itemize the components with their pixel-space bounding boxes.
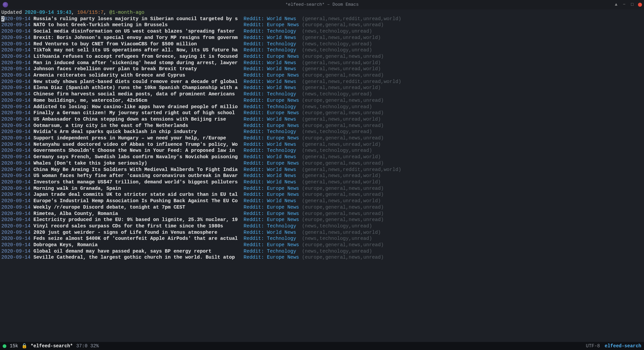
entry-feed: Reddit: Europe News bbox=[244, 53, 299, 60]
entry-date: 2020-09-14 bbox=[1, 104, 31, 110]
entry-date: 2020-09-14 bbox=[1, 147, 31, 154]
feed-entry[interactable]: 2020-09-14 Lithuania refuses to accept r… bbox=[1, 53, 644, 60]
entry-tags: (general,news,unread,world) bbox=[302, 66, 381, 72]
entry-feed: Reddit: Technology bbox=[244, 223, 299, 229]
entry-title: Armenia reiterates solidarity with Greec… bbox=[34, 72, 241, 79]
entry-date: 2020-09-14 bbox=[1, 110, 31, 116]
feed-entry[interactable]: 2020-09-14 Elena Diaz (Spanish athlete) … bbox=[1, 85, 644, 91]
close-icon[interactable] bbox=[638, 3, 642, 7]
entry-feed: Reddit: Technology bbox=[244, 47, 299, 53]
entry-feed: Reddit: World News bbox=[244, 167, 299, 173]
feed-entry[interactable]: 2020-09-14 Red Ventures to buy CNET from… bbox=[1, 41, 644, 47]
feed-entry[interactable]: 2020-09-14 New study shows plant-based d… bbox=[1, 79, 644, 85]
entry-date: 2020-09-14 bbox=[1, 135, 31, 141]
feed-entry[interactable]: 2020-09-14 Germany says French, Swedish … bbox=[1, 154, 644, 160]
entry-date: 2020-09-14 bbox=[1, 60, 31, 66]
entry-title: New study shows plant-based diets could … bbox=[34, 79, 241, 85]
entry-feed: Reddit: World News bbox=[244, 116, 299, 123]
entry-feed: Reddit: Technology bbox=[244, 147, 299, 154]
feed-entry[interactable]: 2020-09-14 Nvidia's Arm deal sparks quic… bbox=[1, 129, 644, 135]
entry-feed: Reddit: Europe News bbox=[244, 204, 299, 211]
entry-title: 2020 just got weirder - signs of Life fo… bbox=[34, 229, 241, 236]
entry-feed: Reddit: World News bbox=[244, 66, 299, 72]
feed-entry[interactable]: 2020-09-14 Rimetea, Alba County, Romania… bbox=[1, 211, 644, 217]
entry-feed: Reddit: World News bbox=[244, 85, 299, 91]
entry-date: 2020-09-14 bbox=[1, 154, 31, 160]
buffer-area[interactable]: Updated 2020-09-14 19:43, 104/115:7, @1-… bbox=[0, 9, 644, 342]
entry-feed: Reddit: Technology bbox=[244, 41, 299, 47]
feed-entry[interactable]: 2020-09-14 Chinese firm harvests social … bbox=[1, 91, 644, 97]
entry-title: Morning walk in Granada, Spain bbox=[34, 185, 241, 192]
feed-entry[interactable]: 2020-09-14 Feds seize almost $400K of 'c… bbox=[1, 235, 644, 242]
feed-entry[interactable]: 2020-09-14 Dobrogea Keys, Romania Reddit… bbox=[1, 242, 644, 248]
feed-entry[interactable]: 2020-09-14 Finally a German citizen! My … bbox=[1, 110, 644, 116]
titlebar[interactable]: *elfeed-search* – Doom Emacs ▲ − □ bbox=[0, 0, 644, 9]
feed-entry[interactable]: 2020-09-14 Global oil demand may have pa… bbox=[1, 248, 644, 255]
entry-date: 2020-09-14 bbox=[1, 91, 31, 97]
feed-entry[interactable]: 2020-09-14 NATO to host Greek-Turkish me… bbox=[1, 22, 644, 28]
entry-feed: Reddit: Technology bbox=[244, 235, 299, 242]
entry-tags: (europe,general,news,unread) bbox=[302, 185, 384, 192]
entry-title: Netanyahu used doctored video of Abbas t… bbox=[34, 141, 241, 148]
entry-title: US Ambassador to China stepping down as … bbox=[34, 116, 241, 123]
feed-entry[interactable]: 2020-09-14 Japan trade deal commits UK t… bbox=[1, 191, 644, 198]
feed-entry[interactable]: 2020-09-14 US woman faces hefty fine aft… bbox=[1, 173, 644, 179]
entry-feed: Reddit: Europe News bbox=[244, 123, 299, 129]
entry-feed: Reddit: World News bbox=[244, 79, 299, 85]
feed-entry[interactable]: 2020-09-14 Seville Cathedral, the larges… bbox=[1, 254, 644, 261]
feed-entry[interactable]: 2020-09-14 Johnson faces rebellion over … bbox=[1, 66, 644, 72]
feed-entry[interactable]: 2020-09-14 Social media disinformation o… bbox=[1, 28, 644, 35]
feed-entry[interactable]: 2020-09-14 Armenia reiterates solidarity… bbox=[1, 72, 644, 79]
entry-date: 2020-09-14 bbox=[1, 79, 31, 85]
feed-entry[interactable]: 2020-09-14 Addicted to losing: How casin… bbox=[1, 104, 644, 110]
entry-tags: (general,news,unread,world) bbox=[302, 85, 381, 91]
feed-entry[interactable]: 2020-09-14 Whales (Don't take this joke … bbox=[1, 160, 644, 167]
entry-tags: (general,news,reddit,unread,world) bbox=[302, 16, 401, 22]
entry-date: 2020-09-14 bbox=[1, 129, 31, 135]
entry-tags: (europe,general,news,unread) bbox=[302, 160, 384, 167]
feed-entry[interactable]: 2020-09-14 Vinyl record sales surpass CD… bbox=[1, 223, 644, 229]
entry-tags: (europe,general,news,unread) bbox=[302, 135, 384, 141]
feed-entry[interactable]: 2020-09-14 Man in induced coma after 'si… bbox=[1, 60, 644, 66]
entry-tags: (europe,general,news,unread) bbox=[302, 211, 384, 217]
entry-tags: (news,technology,unread) bbox=[302, 129, 372, 135]
entry-feed: Reddit: World News bbox=[244, 229, 299, 236]
arrow-up-icon[interactable]: ▲ bbox=[614, 2, 619, 7]
feed-entry[interactable]: 2020-09-14 TikTok may not sell its US op… bbox=[1, 47, 644, 53]
feed-entry[interactable]: 2020-09-14 US Ambassador to China steppi… bbox=[1, 116, 644, 123]
entry-feed: Reddit: World News bbox=[244, 16, 299, 22]
entry-title: Vinyl record sales surpass CDs for the f… bbox=[34, 223, 241, 229]
feed-entry[interactable]: 2020-09-14 Europe's Industrial Hemp Asso… bbox=[1, 198, 644, 204]
feed-entry[interactable]: 2020-09-14 Investors that manage US$47 t… bbox=[1, 179, 644, 185]
entry-tags: (news,technology,unread) bbox=[302, 47, 372, 53]
search-filter: @1-month-ago bbox=[109, 10, 144, 15]
entry-date: 2020-09-14 bbox=[1, 47, 31, 53]
feed-entry[interactable]: 2020-09-14 Rome buildings, me, watercolo… bbox=[1, 97, 644, 104]
feed-entry[interactable]: 2020-09-14 Brexit: Boris Johnson's speci… bbox=[1, 35, 644, 41]
maximize-icon[interactable]: □ bbox=[630, 2, 635, 7]
minimize-icon[interactable]: − bbox=[622, 2, 627, 7]
feed-entry[interactable]: 2020-09-14 Morning walk in Granada, Spai… bbox=[1, 185, 644, 192]
feed-entry[interactable]: 2020-09-14 Weekly /r/europe Discord deba… bbox=[1, 204, 644, 211]
entry-date: 2020-09-14 bbox=[1, 248, 31, 255]
feed-entry[interactable]: 2020-09-14 Ootmarsum, a tiny city in the… bbox=[1, 123, 644, 129]
feed-entry[interactable]: 2020-09-14 Netanyahu used doctored video… bbox=[1, 141, 644, 148]
text-cursor: 2 bbox=[1, 16, 4, 21]
entry-tags: (general,news,unread,world) bbox=[302, 141, 381, 148]
feed-entry[interactable]: 2020-09-14 Governments Shouldn't Choose … bbox=[1, 147, 644, 154]
entry-date: 2020-09-14 bbox=[1, 160, 31, 167]
entry-feed: Reddit: Europe News bbox=[244, 110, 299, 116]
entry-tags: (europe,general,news,unread) bbox=[302, 97, 384, 104]
feed-entry[interactable]: 2020-09-14 China May Be Arming Its Soldi… bbox=[1, 167, 644, 173]
feed-entry[interactable]: 2020-09-14 Electricity produced in the E… bbox=[1, 217, 644, 223]
entry-feed: Reddit: Technology bbox=[244, 248, 299, 255]
entry-title: Chinese firm harvests social media posts… bbox=[34, 91, 241, 97]
entry-date: 2020-09-14 bbox=[1, 191, 31, 198]
entry-feed: Reddit: Technology bbox=[244, 91, 299, 97]
entry-feed: Reddit: World News bbox=[244, 35, 299, 41]
feed-entry[interactable]: 2020-09-14 2020 just got weirder - signs… bbox=[1, 229, 644, 236]
entry-title: Weekly /r/europe Discord debate, tonight… bbox=[34, 204, 241, 211]
feed-entry[interactable]: 2020-09-14 Support independent press in … bbox=[1, 135, 644, 141]
feed-entry[interactable]: 2020-09-14 Russia's ruling party loses m… bbox=[1, 16, 644, 22]
entry-title: Ootmarsum, a tiny city in the east of Th… bbox=[34, 123, 241, 129]
